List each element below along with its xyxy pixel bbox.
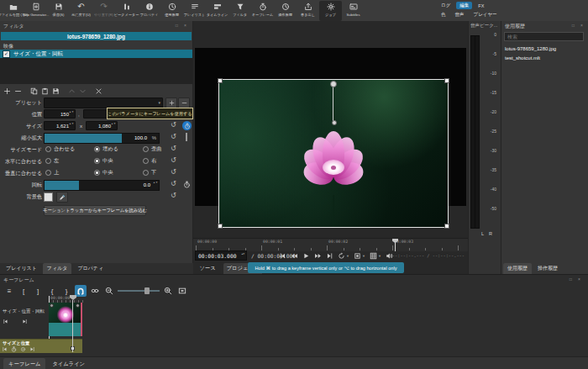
left-dock-tab[interactable]: プレイリスト [2, 263, 41, 274]
resize-handle-top-left[interactable] [218, 78, 223, 83]
toolbar-button-jobs[interactable]: ジョブ [319, 1, 342, 21]
size-height-field[interactable]: 1,080▲▼ [86, 121, 118, 130]
load-keyframes-from-motion-tracker-button[interactable]: モーショントラッカーからキーフレームを読み込む [44, 205, 146, 216]
recent-file-item[interactable]: test_shotcut.mlt [501, 53, 588, 62]
zoom-slider[interactable]: 100.0 % [44, 133, 160, 144]
fast-forward-button[interactable] [312, 250, 323, 261]
stopwatch-button[interactable] [11, 346, 17, 352]
player-time-ruler[interactable]: 00:00:0000:00:0100:00:0200:00:03 [193, 238, 468, 251]
toolbar-button-history[interactable]: 操作履歴 [274, 1, 297, 21]
view-tab[interactable]: 音声 [452, 11, 468, 18]
skip-end-button[interactable] [324, 250, 335, 261]
toggle-zoom-button[interactable]: ▼ [352, 250, 367, 261]
toolbar-button-properties[interactable]: プロパティ [138, 1, 160, 21]
copy-filter-button[interactable] [29, 86, 39, 96]
view-tab[interactable]: プレイヤー [470, 11, 501, 18]
set-second-keyframe-button[interactable]: } [60, 285, 72, 297]
zoom-timeline-fit-button[interactable] [176, 285, 188, 297]
deselect-filter-button[interactable] [93, 86, 104, 96]
panel-dock-icons[interactable]: □ × [572, 23, 585, 28]
size-mode-option[interactable]: 合わせる [45, 145, 75, 153]
toolbar-button-keyframes[interactable]: キーフレーム [251, 1, 274, 21]
save-filter-button[interactable] [50, 86, 61, 96]
fade-out-handle[interactable] [76, 303, 80, 308]
next-keyframe-button[interactable] [29, 346, 35, 352]
toolbar-button-new-generator[interactable]: New Generator... [24, 1, 47, 21]
halign-option[interactable]: 右 [143, 157, 156, 165]
left-dock-tab[interactable]: プロパティ [73, 263, 108, 274]
rotation-reset-button[interactable]: ↺ [171, 180, 176, 187]
rewind-button[interactable] [289, 250, 300, 261]
add-filter-button[interactable] [2, 86, 13, 96]
size-mode-reset-button[interactable]: ↺ [171, 145, 176, 152]
size-width-field[interactable]: 1,621▲▼ [44, 121, 76, 130]
spinner-icon[interactable]: ▲▼ [69, 111, 74, 113]
bottom-tab[interactable]: キーフレーム [3, 358, 45, 369]
filter-enabled-checkbox[interactable]: ✓ [3, 50, 10, 58]
resize-handle-bottom-left[interactable] [218, 224, 223, 229]
valign-option[interactable]: 中央 [94, 169, 113, 177]
toolbar-button-recent[interactable]: 使用履歴 [160, 1, 183, 21]
valign-reset-button[interactable]: ↺ [171, 168, 176, 176]
panel-dock-icons[interactable]: □ × [570, 277, 583, 282]
toolbar-button-redo[interactable]: ↷やり直す(R) [92, 1, 115, 21]
size-mode-option[interactable]: 埋める [94, 145, 118, 153]
recent-file-item[interactable]: lotus-978659_1280.jpg [501, 44, 588, 53]
keyframes-playhead[interactable] [70, 295, 76, 300]
left-dock-tab[interactable]: フィルタ [43, 263, 72, 274]
view-tab[interactable]: 編集 [456, 2, 472, 9]
panel-dock-icons[interactable]: □ × [176, 23, 189, 28]
size-mode-option[interactable]: 歪曲 [143, 145, 161, 153]
spinner-icon[interactable]: ▲▼ [69, 123, 74, 125]
color-picker-button[interactable] [56, 192, 68, 203]
zoom-reset-button[interactable]: ↺ [171, 133, 176, 140]
spinner-icon[interactable]: ▲▼ [153, 182, 158, 184]
recent-dock-tab[interactable]: 操作履歴 [533, 263, 562, 274]
rotation-keyframes-button[interactable] [182, 180, 192, 189]
bottom-tab[interactable]: タイムライン [47, 358, 90, 369]
background-reset-button[interactable]: ↺ [171, 192, 176, 199]
player-tab[interactable]: ソース [195, 263, 220, 274]
keyframes-zoom-slider[interactable] [118, 285, 160, 297]
grid-button[interactable]: ▼ [368, 250, 383, 261]
set-filter-start-button[interactable]: [ [18, 285, 29, 297]
slider-handle[interactable] [144, 287, 150, 294]
size-reset-button[interactable]: ↺ [171, 121, 176, 129]
menu-button[interactable]: ≡ [3, 285, 15, 297]
resize-handle-top-right[interactable] [444, 78, 449, 83]
set-first-keyframe-button[interactable]: { [46, 285, 58, 297]
recent-search-input[interactable] [504, 32, 584, 41]
prev-keyframe-button[interactable] [2, 346, 8, 352]
toolbar-button-peak-meter[interactable]: ピークメーター [115, 1, 138, 21]
filter-list-item[interactable]: ✓ サイズ・位置・回転 [0, 50, 192, 58]
prev-marker-button[interactable] [3, 319, 8, 324]
smooth-button[interactable] [20, 346, 26, 352]
next-marker-button[interactable] [22, 319, 28, 324]
size-keyframes-button[interactable] [182, 121, 192, 130]
toolbar-button-undo[interactable]: ↶元に戻す(U) [70, 1, 92, 21]
valign-option[interactable]: 下 [143, 169, 156, 177]
remove-filter-button[interactable] [13, 86, 24, 96]
toolbar-button-playlist[interactable]: プレイリスト [183, 1, 206, 21]
toolbar-button-open-file[interactable]: ファイルを開く(O) [2, 1, 24, 21]
toolbar-button-save[interactable]: 保存(S) [47, 1, 70, 21]
loop-button[interactable]: ▼ [336, 250, 351, 261]
skip-start-button[interactable] [277, 250, 288, 261]
snap-button[interactable] [75, 285, 87, 297]
view-tab[interactable]: 色 [438, 11, 449, 18]
toolbar-button-export[interactable]: 書き出し [297, 1, 319, 21]
timeline-clip[interactable] [49, 303, 82, 336]
halign-reset-button[interactable]: ↺ [171, 156, 176, 164]
toolbar-button-subtitles[interactable]: Subtitles [342, 1, 365, 21]
background-color-swatch[interactable] [44, 192, 53, 202]
toolbar-button-timeline[interactable]: タイムライン [206, 1, 228, 21]
rotation-slider[interactable]: 0.0 ▲▼ [44, 180, 160, 191]
spinner-icon[interactable]: ▲▼ [111, 123, 116, 125]
scrub-while-dragging-button[interactable] [89, 285, 101, 297]
toolbar-button-filters[interactable]: フィルタ [228, 1, 251, 21]
current-position-field[interactable]: 00:00:03.000▲▼ [195, 250, 247, 261]
halign-option[interactable]: 左 [45, 157, 59, 165]
fade-in-handle[interactable] [50, 303, 54, 308]
vui-selection-rect[interactable] [218, 79, 449, 228]
resize-handle-bottom-right[interactable] [444, 224, 449, 229]
